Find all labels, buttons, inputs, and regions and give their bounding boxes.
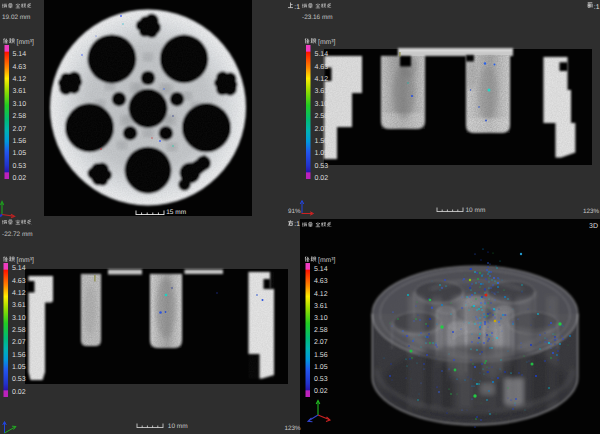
svg-text:10 mm: 10 mm	[466, 207, 486, 214]
svg-text:2.58: 2.58	[12, 327, 26, 334]
svg-text:4.12: 4.12	[315, 76, 329, 83]
svg-text:[mm³]: [mm³]	[17, 257, 34, 264]
svg-text:5.14: 5.14	[12, 265, 26, 272]
svg-text:3.61: 3.61	[315, 88, 329, 95]
svg-text:2.58: 2.58	[314, 327, 328, 334]
svg-text:1.05: 1.05	[315, 150, 329, 157]
svg-text:0.02: 0.02	[12, 389, 26, 396]
svg-text:3.10: 3.10	[315, 101, 329, 108]
svg-text:3.61: 3.61	[13, 88, 27, 95]
svg-text:2.58: 2.58	[13, 113, 27, 120]
svg-text:4.12: 4.12	[314, 291, 328, 298]
svg-text:3.10: 3.10	[12, 315, 26, 322]
svg-text:2.07: 2.07	[12, 339, 26, 346]
svg-text:1.56: 1.56	[13, 138, 27, 145]
svg-text::1: :1	[294, 221, 300, 228]
svg-text:4.12: 4.12	[13, 76, 27, 83]
svg-text:[mm³]: [mm³]	[318, 257, 335, 264]
svg-text:-23.16 mm: -23.16 mm	[302, 14, 333, 21]
svg-text:1.56: 1.56	[12, 352, 26, 359]
svg-text:[mm³]: [mm³]	[318, 39, 335, 46]
svg-text:0.02: 0.02	[315, 175, 329, 182]
svg-text:123%: 123%	[285, 425, 302, 432]
svg-text:5.14: 5.14	[314, 266, 328, 273]
svg-text:4.63: 4.63	[315, 64, 329, 71]
svg-text:123%: 123%	[583, 208, 600, 215]
svg-text::1: :1	[294, 4, 300, 11]
svg-text:4.63: 4.63	[314, 278, 328, 285]
svg-text:2.07: 2.07	[314, 339, 328, 346]
svg-text:3D: 3D	[589, 223, 598, 230]
svg-text:1.56: 1.56	[314, 352, 328, 359]
svg-text:0.53: 0.53	[314, 376, 328, 383]
svg-text:1.05: 1.05	[314, 364, 328, 371]
svg-text:5.14: 5.14	[315, 51, 329, 58]
svg-text:3.10: 3.10	[13, 101, 27, 108]
svg-text:0.02: 0.02	[13, 175, 27, 182]
svg-text:1.05: 1.05	[12, 364, 26, 371]
svg-text:-22.72 mm: -22.72 mm	[2, 231, 33, 238]
svg-text:2.58: 2.58	[315, 113, 329, 120]
svg-text:2.07: 2.07	[315, 126, 329, 133]
svg-text:19.02 mm: 19.02 mm	[2, 14, 30, 21]
svg-text:1.05: 1.05	[13, 150, 27, 157]
svg-text:3.10: 3.10	[314, 315, 328, 322]
svg-text:3.61: 3.61	[12, 302, 26, 309]
svg-text:4.63: 4.63	[13, 64, 27, 71]
svg-text:10 mm: 10 mm	[168, 423, 188, 430]
svg-text:4.12: 4.12	[12, 290, 26, 297]
svg-text:0.53: 0.53	[315, 163, 329, 170]
svg-text:0.53: 0.53	[12, 376, 26, 383]
svg-text:5.14: 5.14	[13, 51, 27, 58]
svg-text:0.02: 0.02	[314, 388, 328, 395]
svg-text:4.63: 4.63	[12, 278, 26, 285]
svg-text:3.61: 3.61	[314, 303, 328, 310]
svg-text:91%: 91%	[288, 208, 301, 215]
svg-text:1.56: 1.56	[315, 138, 329, 145]
svg-text:15 mm: 15 mm	[166, 209, 186, 216]
svg-text:2.07: 2.07	[13, 126, 27, 133]
svg-text:0.53: 0.53	[13, 163, 27, 170]
svg-text::1: :1	[594, 4, 600, 11]
svg-text:[mm³]: [mm³]	[17, 39, 34, 46]
